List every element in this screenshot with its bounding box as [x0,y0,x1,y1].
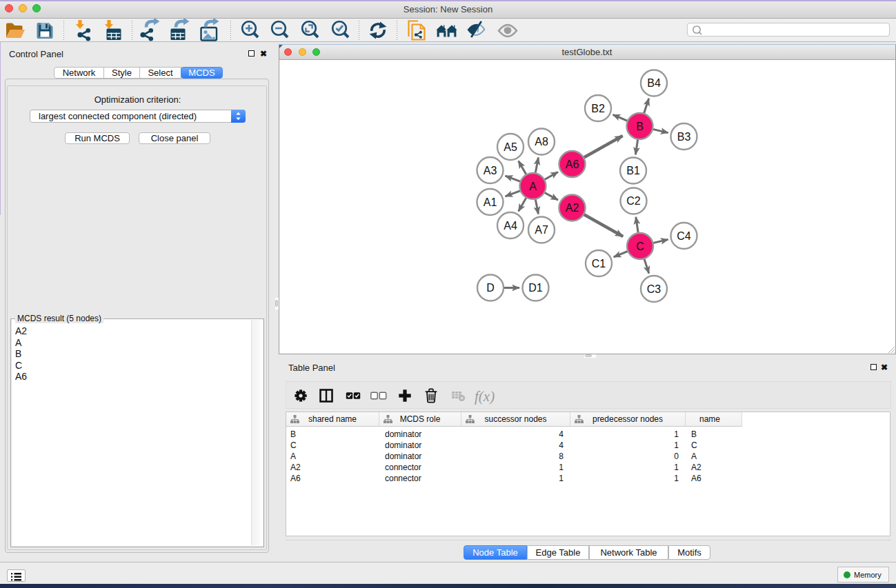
svg-text:C2: C2 [626,195,641,207]
svg-text:C3: C3 [646,283,661,294]
svg-text:A8: A8 [535,136,548,148]
svg-text:C1: C1 [591,257,606,269]
svg-text:B1: B1 [626,165,640,176]
svg-text:D: D [486,282,495,294]
svg-text:A5: A5 [504,141,517,152]
svg-text:C4: C4 [677,230,691,241]
svg-text:B: B [636,120,644,132]
svg-text:A3: A3 [483,164,497,176]
svg-text:C: C [636,240,644,252]
svg-text:A2: A2 [565,202,579,214]
svg-text:A: A [529,180,537,192]
svg-text:f(x): f(x) [475,388,495,405]
svg-text:D1: D1 [528,282,543,294]
svg-text:B4: B4 [647,77,661,89]
svg-text:A6: A6 [565,158,579,170]
svg-text:A1: A1 [483,196,497,207]
svg-text:B3: B3 [677,130,690,142]
svg-text:A7: A7 [535,224,548,236]
svg-text:A4: A4 [504,219,517,231]
svg-text:B2: B2 [591,102,605,114]
